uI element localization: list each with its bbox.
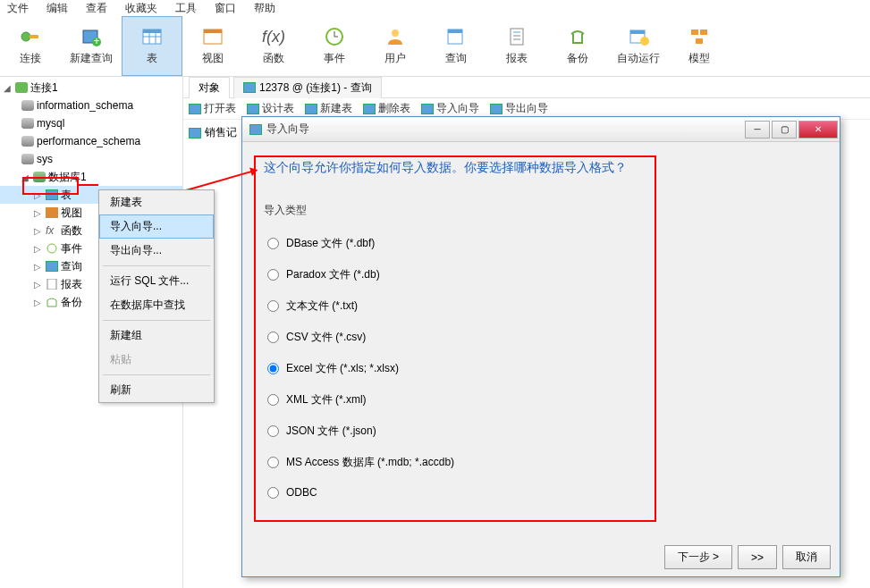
- menu-help[interactable]: 帮助: [254, 1, 275, 16]
- ctx-new-table[interactable]: 新建表: [99, 190, 214, 214]
- svg-rect-17: [448, 29, 462, 33]
- svg-point-15: [392, 29, 399, 37]
- clock-icon: [46, 243, 58, 254]
- model-icon: [687, 26, 712, 47]
- wizard-icon: [249, 124, 262, 135]
- main-toolbar: 连接 + 新建查询 表 视图 f(x) 函数 事件 用户 查询 报表 备份 自动…: [0, 16, 870, 77]
- divider: [103, 374, 210, 375]
- tab-objects[interactable]: 对象: [189, 77, 230, 98]
- clock-icon: [322, 26, 347, 47]
- menu-file[interactable]: 文件: [7, 1, 29, 16]
- expand-icon[interactable]: ▷: [34, 208, 43, 218]
- database-icon: [21, 100, 34, 111]
- expand-icon[interactable]: ▷: [34, 298, 43, 307]
- database-icon: [21, 118, 34, 129]
- auto-icon: [626, 26, 651, 47]
- expand-icon[interactable]: ▷: [34, 226, 43, 236]
- query-icon: [443, 26, 469, 47]
- ctx-find-in-db[interactable]: 在数据库中查找: [99, 293, 214, 317]
- view-icon: [200, 26, 225, 47]
- svg-rect-6: [143, 29, 161, 33]
- ctx-new-group[interactable]: 新建组: [99, 323, 214, 348]
- tool-autorun[interactable]: 自动运行: [608, 16, 669, 76]
- subtool-open-table[interactable]: 打开表: [189, 101, 236, 116]
- fx-icon: fx: [46, 224, 58, 237]
- svg-rect-31: [47, 279, 56, 290]
- ctx-import-wizard[interactable]: 导入向导...: [99, 214, 214, 239]
- tool-event[interactable]: 事件: [304, 16, 365, 76]
- table-icon: [189, 104, 201, 114]
- import-icon: [421, 104, 434, 114]
- minimize-button[interactable]: ─: [745, 121, 770, 139]
- tool-view[interactable]: 视图: [182, 16, 243, 76]
- dialog-title-text: 导入向导: [266, 122, 309, 137]
- ctx-refresh[interactable]: 刷新: [99, 378, 214, 402]
- menu-tools[interactable]: 工具: [175, 1, 197, 16]
- tool-function[interactable]: f(x) 函数: [243, 16, 304, 76]
- expand-icon[interactable]: ▷: [34, 262, 43, 272]
- backup-icon: [565, 26, 590, 47]
- database-icon: [21, 154, 34, 164]
- svg-rect-25: [691, 29, 698, 35]
- ctx-paste[interactable]: 粘贴: [99, 348, 214, 372]
- content-tabs: 对象 12378 @ (连接1) - 查询: [183, 77, 870, 98]
- annotation-highlight: [254, 155, 656, 522]
- subtool-export-wizard[interactable]: 导出向导: [490, 101, 548, 116]
- tool-user[interactable]: 用户: [365, 16, 426, 76]
- svg-rect-27: [696, 38, 703, 44]
- svg-rect-29: [46, 207, 58, 218]
- annotation-highlight: [22, 177, 79, 195]
- dialog-title-bar: 导入向导 ─ ▢ ✕: [242, 117, 840, 142]
- plus-grid-icon: +: [79, 26, 104, 47]
- close-button[interactable]: ✕: [798, 121, 838, 139]
- svg-rect-1: [30, 35, 38, 38]
- tree-schema[interactable]: information_schema: [0, 97, 182, 114]
- next-button[interactable]: 下一步 >: [664, 545, 732, 569]
- menu-favorites[interactable]: 收藏夹: [125, 1, 157, 16]
- report-icon: [46, 279, 58, 290]
- menu-edit[interactable]: 编辑: [46, 1, 68, 16]
- subtool-import-wizard[interactable]: 导入向导: [421, 101, 479, 116]
- svg-point-0: [21, 32, 30, 41]
- query-icon: [243, 82, 256, 93]
- expand-icon[interactable]: ▷: [34, 244, 43, 254]
- tab-query[interactable]: 12378 @ (连接1) - 查询: [233, 77, 382, 98]
- svg-rect-11: [204, 29, 222, 33]
- annotation-arrow: [79, 184, 98, 186]
- tree-schema[interactable]: sys: [0, 150, 182, 168]
- expand-icon[interactable]: ▷: [34, 280, 43, 290]
- table-item[interactable]: 销售记: [205, 125, 237, 140]
- connection-icon: [15, 82, 28, 93]
- skip-button[interactable]: >>: [738, 545, 777, 569]
- subtool-new-table[interactable]: 新建表: [305, 101, 352, 116]
- ctx-run-sql[interactable]: 运行 SQL 文件...: [99, 269, 214, 293]
- svg-point-30: [47, 244, 56, 253]
- backup-icon: [46, 297, 58, 307]
- cancel-button[interactable]: 取消: [782, 545, 831, 569]
- subtool-delete-table[interactable]: 删除表: [363, 101, 410, 116]
- svg-point-24: [640, 37, 649, 46]
- tool-new-query[interactable]: + 新建查询: [61, 16, 122, 76]
- maximize-button[interactable]: ▢: [772, 121, 797, 139]
- tool-report[interactable]: 报表: [486, 16, 547, 76]
- tool-query[interactable]: 查询: [426, 16, 486, 76]
- fx-icon: f(x): [261, 26, 286, 47]
- context-menu: 新建表 导入向导... 导出向导... 运行 SQL 文件... 在数据库中查找…: [98, 189, 215, 403]
- tool-model[interactable]: 模型: [669, 16, 730, 76]
- menu-view[interactable]: 查看: [86, 1, 107, 16]
- collapse-icon[interactable]: ◢: [4, 83, 13, 93]
- tool-backup[interactable]: 备份: [547, 16, 608, 76]
- tool-connection[interactable]: 连接: [0, 16, 61, 76]
- menu-window[interactable]: 窗口: [215, 1, 236, 16]
- tool-table[interactable]: 表: [122, 16, 182, 76]
- new-table-icon: [305, 104, 317, 114]
- menu-bar: 文件 编辑 查看 收藏夹 工具 窗口 帮助: [0, 0, 870, 16]
- tree-schema[interactable]: mysql: [0, 114, 182, 132]
- table-icon: [189, 128, 201, 139]
- subtool-design-table[interactable]: 设计表: [247, 101, 294, 116]
- tree-schema[interactable]: performance_schema: [0, 132, 182, 150]
- ctx-export-wizard[interactable]: 导出向导...: [99, 239, 214, 263]
- tree-connection[interactable]: ◢连接1: [0, 79, 182, 97]
- svg-rect-18: [511, 29, 523, 45]
- export-icon: [490, 104, 503, 114]
